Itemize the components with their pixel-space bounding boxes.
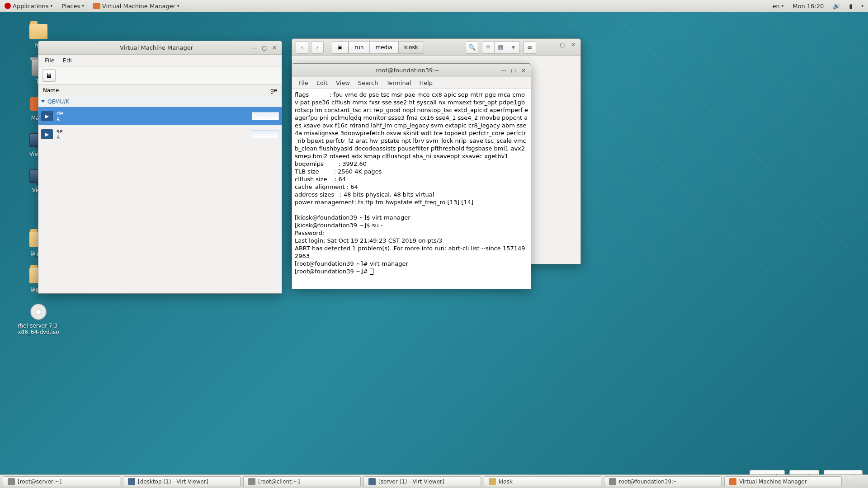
connection-row[interactable]: QEMU/K (38, 96, 282, 107)
applications-label: Applications (13, 3, 48, 9)
terminal-body[interactable]: flags : fpu vme de pse tsc msr pae mce c… (292, 89, 531, 289)
menu-terminal[interactable]: Terminal (382, 79, 415, 87)
vmm-toolbar: 🖥 (38, 66, 282, 84)
menu-edit[interactable]: Edit (313, 79, 331, 87)
lang-label: en (773, 3, 780, 9)
places-label: Places (61, 3, 80, 9)
vmm-titlebar[interactable]: Virtual Machine Manager — ▢ ✕ (38, 41, 282, 55)
user-menu[interactable]: ▾ (857, 4, 868, 8)
path-segment-label: run (354, 44, 363, 51)
list-icon: ≣ (486, 44, 491, 51)
close-button[interactable]: ✕ (570, 41, 577, 48)
nav-forward-button[interactable]: › (311, 41, 324, 54)
maximize-button[interactable]: ▢ (510, 67, 517, 74)
taskbar-item[interactable]: [root@client:~] (243, 476, 361, 487)
vm-row[interactable]: ▶ de R (38, 107, 282, 125)
menu-file[interactable]: File (295, 79, 312, 87)
view-options-button[interactable]: ▾ (507, 41, 520, 54)
minimize-button[interactable]: — (548, 41, 555, 48)
connection-label: QEMU/K (47, 99, 69, 105)
battery-indicator[interactable]: ▮ (844, 3, 857, 9)
caret-down-icon: ▾ (861, 4, 863, 8)
clock[interactable]: Mon 16:20 (788, 3, 828, 9)
taskbar-item[interactable]: [desktop (1) - Virt Viewer] (123, 476, 241, 487)
search-icon: 🔍 (468, 44, 476, 51)
terminal-icon (248, 478, 255, 485)
col-usage[interactable]: ge (266, 87, 282, 94)
chevron-right-icon: › (316, 44, 318, 51)
applications-menu[interactable]: Applications ▾ (0, 3, 57, 9)
task-label: [desktop (1) - Virt Viewer] (138, 479, 208, 485)
folder-icon (489, 478, 496, 485)
caret-down-icon: ▾ (177, 4, 179, 8)
vm-name: se (57, 128, 248, 135)
files-titlebar[interactable]: ‹ › ▣ run media kiosk 🔍 ≣ ▦ ▾ ≡ — ▢ ✕ (292, 39, 580, 56)
nav-back-button[interactable]: ‹ (296, 41, 308, 54)
minimize-button[interactable]: — (500, 67, 507, 74)
menu-help[interactable]: Help (415, 79, 436, 87)
new-vm-button[interactable]: 🖥 (42, 69, 56, 82)
task-label: Virtual Machine Manager (739, 479, 807, 485)
menu-file[interactable]: File (41, 56, 58, 65)
path-segment-label: media (376, 44, 392, 51)
taskbar-item[interactable]: kiosk (484, 476, 601, 487)
taskbar-item[interactable]: root@foundation39:~ (604, 476, 722, 487)
task-label: kiosk (499, 479, 513, 485)
focused-app-menu[interactable]: Virtual Machine Manager ▾ (89, 3, 184, 9)
battery-icon: ▮ (849, 3, 852, 9)
hamburger-menu-button[interactable]: ≡ (524, 41, 536, 54)
col-name[interactable]: Name (38, 87, 266, 94)
menu-view[interactable]: View (332, 79, 354, 87)
path-segment-disk[interactable]: ▣ (332, 41, 349, 54)
desktop-icon-iso-file[interactable]: rhel-server-7.3-x86_64-dvd.iso (14, 303, 63, 335)
vm-running-icon: ▶ (41, 111, 53, 121)
path-bar: ▣ run media kiosk (332, 41, 424, 54)
caret-down-icon: ▾ (82, 4, 84, 8)
maximize-button[interactable]: ▢ (261, 44, 268, 52)
gnome-foot-icon (5, 3, 11, 9)
path-segment-media[interactable]: media (370, 41, 398, 54)
clock-label: Mon 16:20 (793, 3, 824, 9)
vmm-icon (729, 478, 736, 485)
speaker-icon: 🔊 (833, 3, 840, 9)
search-button[interactable]: 🔍 (466, 41, 478, 54)
vm-state: R (57, 135, 248, 141)
task-label: [root@server:~] (18, 479, 61, 485)
minimize-button[interactable]: — (251, 44, 258, 52)
maximize-button[interactable]: ▢ (559, 41, 566, 48)
chevron-left-icon: ‹ (301, 44, 303, 51)
menu-edit[interactable]: Edi (59, 56, 75, 65)
input-language-indicator[interactable]: en ▾ (768, 3, 788, 9)
vm-state: R (57, 117, 248, 122)
path-segment-run[interactable]: run (349, 41, 369, 54)
folder-home-icon (29, 24, 47, 39)
close-button[interactable]: ✕ (520, 67, 527, 74)
taskbar-item[interactable]: [server (1) - Virt Viewer] (363, 476, 481, 487)
terminal-menubar: File Edit View Search Terminal Help (292, 77, 531, 89)
terminal-titlebar[interactable]: root@foundation39:~ — ▢ ✕ (292, 64, 531, 77)
taskbar-item[interactable]: Virtual Machine Manager (724, 476, 842, 487)
vmm-menubar: File Edi (38, 55, 282, 66)
volume-indicator[interactable]: 🔊 (828, 3, 844, 9)
triangle-down-icon (41, 100, 45, 103)
view-list-button[interactable]: ≣ (482, 41, 495, 54)
path-segment-kiosk[interactable]: kiosk (398, 41, 424, 54)
top-panel: Applications ▾ Places ▾ Virtual Machine … (0, 0, 868, 12)
bottom-taskbar: [root@server:~] [desktop (1) - Virt View… (0, 474, 868, 488)
vm-list-header: Name ge (38, 84, 282, 96)
view-grid-button[interactable]: ▦ (495, 41, 507, 54)
menu-search[interactable]: Search (354, 79, 382, 87)
vm-row[interactable]: ▶ se R (38, 125, 282, 143)
window-title: root@foundation39:~ (319, 67, 496, 74)
task-label: [root@client:~] (258, 479, 300, 485)
close-button[interactable]: ✕ (271, 44, 278, 52)
viewer-icon (368, 478, 376, 485)
places-menu[interactable]: Places ▾ (57, 3, 89, 9)
grid-icon: ▦ (498, 44, 503, 51)
icon-label: rhel-server-7.3-x86_64-dvd.iso (14, 323, 63, 335)
window-title: Virtual Machine Manager (66, 44, 247, 51)
terminal-icon (8, 478, 15, 485)
taskbar-item[interactable]: [root@server:~] (3, 476, 120, 487)
task-label: [server (1) - Virt Viewer] (378, 479, 444, 485)
caret-down-icon: ▾ (50, 4, 52, 8)
